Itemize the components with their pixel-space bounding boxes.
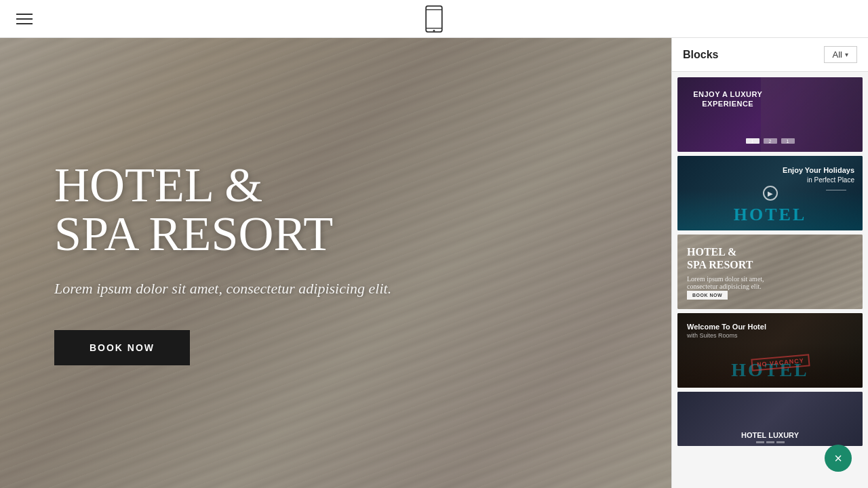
block-4-title: Welcome To Our Hotel with Suites Rooms — [687, 323, 766, 339]
panel-title: Blocks — [683, 49, 718, 61]
dot-2: 2 — [764, 138, 777, 144]
hero-title: HOTEL & SPA RESORT — [54, 161, 617, 258]
block-3-title: HOTEL &SPA RESORT Lorem ipsum dolor sit … — [687, 245, 775, 290]
book-now-button[interactable]: BOOK NOW — [54, 330, 190, 365]
menu-button[interactable] — [16, 14, 33, 24]
mobile-preview-icon[interactable] — [425, 5, 443, 33]
content-area: HOTEL & SPA RESORT Lorem ipsum dolor sit… — [0, 38, 868, 488]
block-1-pagination: 1 2 1 — [746, 138, 795, 144]
dot-3: 1 — [781, 138, 795, 144]
block-thumbnail-holidays[interactable]: HOTEL Enjoy Your Holidays in Perfect Pla… — [677, 156, 863, 230]
hero-content: HOTEL & SPA RESORT Lorem ipsum dolor sit… — [0, 38, 671, 488]
blocks-list: ENJOY A LUXURY EXPERIENCE 1 2 1 HOTEL En… — [672, 72, 868, 488]
block-thumbnail-spa-resort[interactable]: HOTEL &SPA RESORT Lorem ipsum dolor sit … — [677, 235, 863, 309]
block-2-title: Enjoy Your Holidays in Perfect Place — [783, 165, 854, 185]
block-1-content: ENJOY A LUXURY EXPERIENCE 1 2 1 — [677, 77, 863, 152]
block-2-hotel-text: HOTEL — [677, 205, 863, 225]
block-thumbnail-welcome[interactable]: HOTEL NO VACANCY Welcome To Our Hotel wi… — [677, 313, 863, 388]
hero-section: HOTEL & SPA RESORT Lorem ipsum dolor sit… — [0, 38, 671, 488]
filter-dropdown[interactable]: All ▾ — [824, 46, 857, 63]
close-button[interactable]: × — [825, 445, 852, 472]
panel-header: Blocks All ▾ — [672, 38, 868, 72]
chevron-down-icon: ▾ — [845, 51, 848, 58]
dot-1: 1 — [746, 138, 760, 144]
block-5-title: HOTEL LUXURY — [741, 431, 799, 439]
hero-subtitle: Lorem ipsum dolor sit amet, consectetur … — [54, 280, 617, 298]
block-1-title: ENJOY A LUXURY EXPERIENCE — [686, 89, 770, 109]
block-thumbnail-luxury[interactable]: ENJOY A LUXURY EXPERIENCE 1 2 1 — [677, 77, 863, 152]
block-2-play-button[interactable]: ▶ — [763, 186, 778, 201]
block-thumbnail-luxury2[interactable]: HOTEL LUXURY — [677, 392, 863, 446]
svg-point-3 — [433, 29, 435, 31]
block-2-divider — [826, 190, 846, 190]
blocks-panel: Blocks All ▾ ENJOY A LUXURY EXPERIENCE 1… — [671, 38, 868, 488]
block-5-dots — [756, 441, 785, 443]
block-3-btn: BOOK NOW — [687, 291, 728, 300]
topbar — [0, 0, 868, 38]
